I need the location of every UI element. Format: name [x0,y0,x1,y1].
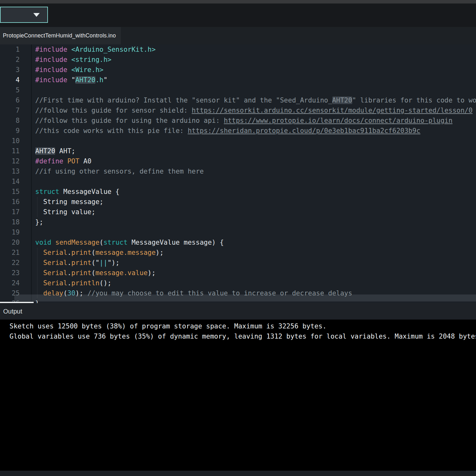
code-line[interactable]: 15struct MessageValue { [0,187,476,197]
code-line[interactable]: 3#include <Wire.h> [0,65,476,75]
code-line[interactable]: 8//follow this guide for using the ardui… [0,116,476,126]
line-number: 19 [0,227,32,237]
code-line[interactable]: 18}; [0,217,476,227]
code-line[interactable]: 16 String message; [0,197,476,207]
horizontal-scrollbar[interactable] [14,294,476,301]
line-number: 1 [0,44,32,55]
code-token: ( [91,249,96,256]
line-number: 3 [0,65,32,75]
output-panel-header: Output [0,303,476,320]
code-token: println [71,279,100,287]
code-token: AHT20 [332,96,352,104]
code-token: . [67,259,71,267]
code-token: "); [108,259,120,267]
line-number: 23 [0,268,32,278]
code-link[interactable]: https://sensorkit.arduino.cc/sensorkit/m… [192,107,473,114]
code-line[interactable]: 13//if using other sensors, define them … [0,166,476,176]
line-number: 8 [0,116,32,126]
code-token: ( [91,269,96,277]
code-text: Serial.print(message.message); [32,248,164,258]
code-token: message.value [96,269,148,277]
code-line[interactable]: 24 Serial.println(); [0,278,476,288]
line-number: 4 [0,75,32,85]
code-token: .h [96,76,103,84]
panel-resize-indicator [0,302,34,303]
code-token: struct [103,239,128,246]
output-console[interactable]: Sketch uses 12500 bytes (38%) of program… [0,320,476,471]
board-selector-dropdown[interactable] [0,7,48,23]
code-line[interactable]: 20void sendMessage(struct MessageValue m… [0,237,476,248]
code-token: #include [35,46,71,53]
code-text: //First time with arduino? Instatl the "… [32,95,476,105]
code-line[interactable]: 9//this code works with this pie file: h… [0,126,476,136]
arduino-ide-window: ProtopieConnectTemHumid_withControls.ino… [0,0,476,476]
code-line[interactable]: 19 [0,227,476,237]
code-token: MessageValue message) { [128,239,224,246]
code-text: Serial.println(); [32,278,111,288]
code-token: (); [99,279,111,287]
window-titlebar [0,0,476,3]
code-editor[interactable]: 1#include <Arduino_SensorKit.h>2#include… [0,44,476,303]
line-number: 16 [0,197,32,207]
code-text: //follow this guide for sensor shield: h… [32,105,473,116]
code-token: void [35,239,51,246]
code-line[interactable]: 7//follow this guide for sensor shield: … [0,105,476,116]
line-number: 20 [0,237,32,248]
code-token: ( [99,239,103,246]
code-text: String value; [32,207,96,217]
line-number: 14 [0,176,32,187]
code-link[interactable]: https://www.protopie.io/learn/docs/conne… [224,117,453,124]
code-link[interactable]: https://sheridan.protopie.cloud/p/0e3eb1… [188,127,420,135]
code-text: struct MessageValue { [32,187,120,197]
code-token: <Wire.h> [71,66,103,74]
status-bar [0,471,476,476]
code-line[interactable]: 5 [0,85,476,95]
code-line[interactable]: 23 Serial.print(message.value); [0,268,476,278]
line-number: 15 [0,187,32,197]
code-token: . [67,279,71,287]
code-token: AHT20 [35,147,55,155]
output-panel-title: Output [0,308,22,315]
code-line[interactable]: 21 Serial.print(message.message); [0,248,476,258]
code-text: String message; [32,197,103,207]
code-token: POT [67,157,79,165]
code-token: Serial [43,249,67,256]
tab-label: ProtopieConnectTemHumid_withControls.ino [3,32,116,39]
line-number: 17 [0,207,32,217]
code-line[interactable]: 10 [0,136,476,146]
code-token: AHT; [55,147,75,155]
code-line[interactable]: 6//First time with arduino? Instatl the … [0,95,476,105]
code-token: ); [148,269,155,277]
code-token: //if using other sensors, define them he… [35,168,204,175]
code-line[interactable]: 14 [0,176,476,187]
code-line[interactable]: 17 String value; [0,207,476,217]
code-token: " [103,76,108,84]
code-text: #include <Wire.h> [32,65,103,75]
code-token: (" [91,259,99,267]
code-text [32,176,35,187]
code-text: #define POT A0 [32,156,91,166]
code-token: #include [35,56,71,63]
code-token: //First time with arduino? Instatl the "… [35,96,332,104]
line-number: 10 [0,136,32,146]
code-line[interactable]: 4#include "AHT20.h" [0,75,476,85]
tab-sketch[interactable]: ProtopieConnectTemHumid_withControls.ino [0,27,121,44]
line-number: 18 [0,217,32,227]
line-number: 2 [0,55,32,65]
code-token: MessageValue { [59,188,120,195]
editor-tabstrip: ProtopieConnectTemHumid_withControls.ino [0,27,476,44]
code-token: <string.h> [71,56,111,63]
code-token: //follow this guide for sensor shield: [35,107,192,114]
line-number: 9 [0,126,32,136]
code-line[interactable]: 2#include <string.h> [0,55,476,65]
code-line[interactable]: 12#define POT A0 [0,156,476,166]
code-text: #include <Arduino_SensorKit.h> [32,44,155,55]
line-number: 6 [0,95,32,105]
code-line[interactable]: 1#include <Arduino_SensorKit.h> [0,44,476,55]
code-line[interactable]: 11AHT20 AHT; [0,146,476,156]
code-token: String value; [35,208,96,216]
code-token: print [71,259,91,267]
code-token [35,279,43,287]
code-line[interactable]: 22 Serial.print("||"); [0,258,476,268]
line-number: 13 [0,166,32,176]
